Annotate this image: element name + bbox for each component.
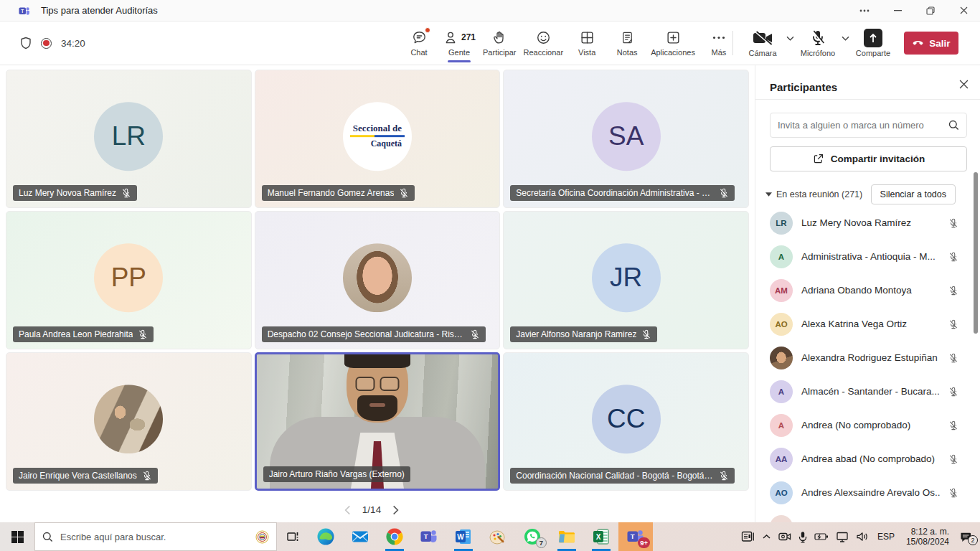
- video-tile[interactable]: Seccional deCaquetáManuel Fernando Gomez…: [255, 70, 501, 208]
- window-restore-button[interactable]: [914, 0, 947, 21]
- taskbar-app-chrome-icon[interactable]: [377, 522, 412, 551]
- taskbar-app-teams-icon[interactable]: T9+: [618, 522, 653, 551]
- video-tile[interactable]: CCCoordinación Nacional Calidad - Bogotá…: [503, 352, 749, 491]
- panel-close-icon[interactable]: [959, 80, 969, 95]
- in-meeting-label: En esta reunión (271): [776, 189, 862, 199]
- chevron-down-icon[interactable]: [842, 36, 849, 41]
- system-tray: ESP 8:12 a. m. 15/08/2024 2: [741, 522, 980, 551]
- participant-row[interactable]: AMAdriana Obando Montoya: [755, 273, 980, 307]
- grid-pagination: 1/14: [0, 504, 743, 515]
- page-previous-icon[interactable]: [344, 505, 351, 515]
- app-badge: 7: [536, 537, 547, 548]
- participant-name-label: Secretaría Oficina Coordinación Administ…: [510, 185, 735, 201]
- window-close-button[interactable]: [947, 0, 980, 21]
- taskbar-app-explorer-icon[interactable]: [550, 522, 584, 551]
- task-view-icon[interactable]: [277, 522, 308, 551]
- participant-row[interactable]: AAdministrativa - Antioquia - M...: [755, 240, 980, 273]
- chevron-up-tray-icon[interactable]: [762, 534, 771, 540]
- taskbar-app-mail-icon[interactable]: [343, 522, 377, 551]
- start-button[interactable]: [0, 522, 34, 551]
- toolbar-item-reaccionar[interactable]: Reaccionar: [520, 22, 567, 65]
- volume-tray-icon[interactable]: [856, 532, 869, 542]
- device-label: Cámara: [748, 49, 776, 57]
- mic-off-icon: [948, 286, 958, 296]
- invite-search-input[interactable]: [778, 120, 948, 131]
- participant-name-label: Luz Mery Novoa Ramírez: [13, 185, 137, 201]
- mute-all-button[interactable]: Silenciar a todos: [871, 184, 956, 204]
- page-indicator: 1/14: [362, 504, 381, 515]
- participant-name-label: Paula Andrea Leon Piedrahita: [13, 326, 154, 342]
- share-invitation-button[interactable]: Compartir invitación: [770, 146, 967, 171]
- mic-off-icon: [641, 329, 651, 339]
- participant-row[interactable]: Alexandra Rodriguez Estupiñan: [755, 341, 980, 375]
- participant-avatar: PP: [94, 243, 163, 312]
- device-microfono-button[interactable]: Micrófono: [799, 29, 837, 57]
- video-tile[interactable]: SASecretaría Oficina Coordinación Admini…: [503, 70, 749, 208]
- language-indicator[interactable]: ESP: [876, 532, 896, 542]
- participant-name: Alexandra Rodriguez Estupiñan: [801, 352, 940, 363]
- taskbar-app-whatsapp-icon[interactable]: 7: [515, 522, 550, 551]
- mic-off-icon: [948, 420, 958, 430]
- toolbar-item-gente[interactable]: 271Gente: [439, 22, 479, 65]
- share-invitation-icon: [812, 153, 824, 165]
- widgets-tray-icon[interactable]: [741, 531, 755, 542]
- participant-avatar: LR: [94, 102, 163, 171]
- notifications-icon[interactable]: 2: [959, 531, 974, 543]
- taskbar-app-word-icon[interactable]: W: [446, 522, 481, 551]
- window-more-button[interactable]: [848, 0, 881, 21]
- participant-name: Secretaría Oficina Coordinación Administ…: [516, 188, 714, 198]
- mic-off-icon: [399, 188, 409, 198]
- taskbar-app-edge-icon[interactable]: [308, 522, 343, 551]
- battery-tray-icon[interactable]: [814, 532, 829, 541]
- taskbar-apps: TW7XT9+: [308, 522, 653, 551]
- toolbar-item-chat[interactable]: Chat: [399, 22, 439, 65]
- video-tile[interactable]: Despacho 02 Consejo Seccional Judicatura…: [255, 211, 501, 349]
- panel-scrollbar[interactable]: [974, 172, 978, 334]
- collapse-triangle-icon[interactable]: [765, 192, 772, 197]
- participant-row[interactable]: AAndrea (No comprobado): [755, 408, 980, 442]
- taskbar-clock[interactable]: 8:12 a. m. 15/08/2024: [903, 527, 952, 547]
- window-title: Tips para atender Auditorías: [41, 5, 158, 16]
- participant-name-label: Coordinación Nacional Calidad - Bogotá -…: [510, 468, 735, 484]
- participant-row[interactable]: AOAlexa Katrina Vega Ortiz: [755, 307, 980, 341]
- taskbar-app-excel-icon[interactable]: X: [584, 522, 618, 551]
- invite-search-field[interactable]: [770, 113, 967, 138]
- video-tile[interactable]: LRLuz Mery Novoa Ramírez: [6, 70, 252, 208]
- page-next-icon[interactable]: [392, 505, 399, 515]
- toolbar-item-participar[interactable]: Participar: [479, 22, 519, 65]
- video-tile[interactable]: Jairo Arturo Riaño Vargas (Externo): [255, 352, 501, 491]
- network-tray-icon[interactable]: [836, 532, 849, 542]
- device-comparte-button[interactable]: Comparte: [854, 29, 892, 57]
- camera-tray-icon[interactable]: [778, 532, 791, 542]
- taskbar-app-teams-icon[interactable]: T: [412, 522, 446, 551]
- shield-icon: [20, 37, 32, 50]
- svg-text:T: T: [424, 532, 428, 540]
- participant-row[interactable]: AAAndrea abad (No comprobado): [755, 442, 980, 476]
- participant-list: LRLuz Mery Novoa RamírezAAdministrativa …: [755, 206, 980, 522]
- video-tile[interactable]: Jairo Enrique Vera Castellanos: [6, 352, 252, 491]
- video-tile[interactable]: JRJavier Alfonso Naranjo Ramirez: [503, 211, 749, 349]
- taskbar-search-input[interactable]: [60, 532, 248, 542]
- participant-row[interactable]: AAlmacén - Santander - Bucara...: [755, 375, 980, 408]
- participant-row[interactable]: AOAndres Alexsaindre Arevalo Os...: [755, 476, 980, 509]
- participant-photo-avatar: [94, 385, 163, 453]
- device-camara-button[interactable]: Cámara: [744, 29, 781, 57]
- mic-tray-icon[interactable]: [798, 531, 807, 543]
- taskbar-app-paint-icon[interactable]: [481, 522, 515, 551]
- phone-hangup-icon: [912, 40, 924, 46]
- taskbar-search-field[interactable]: [34, 522, 277, 551]
- chevron-down-icon[interactable]: [786, 36, 794, 41]
- leave-button[interactable]: Salir: [904, 32, 958, 55]
- participant-row[interactable]: LRLuz Mery Novoa Ramírez: [755, 206, 980, 240]
- participant-name-label: Despacho 02 Consejo Seccional Judicatura…: [262, 326, 486, 342]
- video-tile[interactable]: PPPaula Andrea Leon Piedrahita: [6, 211, 252, 349]
- toolbar-item-notas[interactable]: Notas: [607, 22, 647, 65]
- toolbar-item-aplicaciones[interactable]: Aplicaciones: [647, 22, 699, 65]
- toolbar-device-controls: CámaraMicrófonoComparte Salir: [732, 22, 958, 65]
- glasses-shape: [355, 377, 399, 391]
- notes-icon: [621, 29, 634, 45]
- toolbar-item-label: Chat: [410, 48, 427, 57]
- smile-icon: [536, 29, 551, 45]
- toolbar-item-vista[interactable]: Vista: [567, 22, 607, 65]
- window-minimize-button[interactable]: [881, 0, 914, 21]
